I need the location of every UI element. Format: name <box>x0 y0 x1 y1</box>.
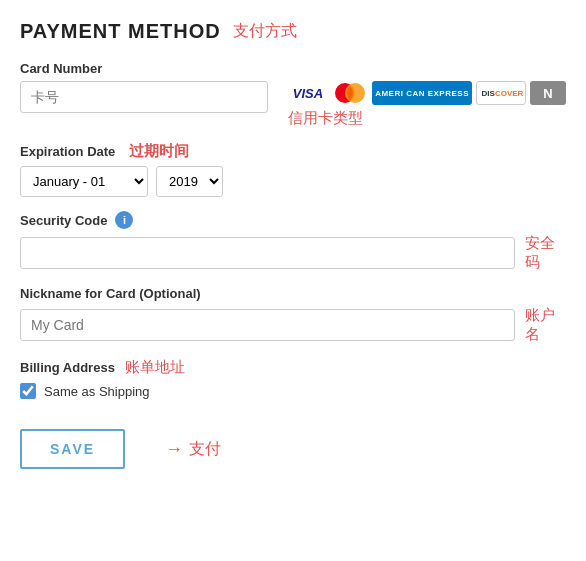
card-input-col <box>20 81 268 113</box>
card-type-chinese-label: 信用卡类型 <box>288 109 363 128</box>
billing-address-label: Billing Address <box>20 360 115 375</box>
header-row: PAYMENT METHOD 支付方式 <box>20 20 566 43</box>
security-code-label: Security Code i <box>20 211 566 229</box>
save-chinese-label: 支付 <box>189 439 221 460</box>
expiry-month-select[interactable]: January - 01 February - 02 March - 03 Ap… <box>20 166 148 197</box>
security-code-info-icon[interactable]: i <box>115 211 133 229</box>
security-code-input[interactable] <box>20 237 515 269</box>
card-brand-images: VISA AMERI CAN EXPRESS DISCOVER <box>288 81 566 105</box>
nickname-section: Nickname for Card (Optional) 账户名 <box>20 286 566 344</box>
visa-icon: VISA <box>288 81 328 105</box>
security-row: 安全码 <box>20 234 566 272</box>
expiry-section: Expiration Date 过期时间 January - 01 Februa… <box>20 142 566 197</box>
same-as-shipping-checkbox[interactable] <box>20 383 36 399</box>
save-arrow-label: → 支付 <box>165 439 221 460</box>
discover-icon: DISCOVER <box>476 81 526 105</box>
expiry-inputs-row: January - 01 February - 02 March - 03 Ap… <box>20 166 566 197</box>
save-button[interactable]: SAVE <box>20 429 125 469</box>
expiry-chinese-label: 过期时间 <box>129 142 189 161</box>
card-brands-col: VISA AMERI CAN EXPRESS DISCOVER <box>288 81 566 128</box>
expiry-year-select[interactable]: 2019 2020 2021 2022 2023 2024 2025 <box>156 166 223 197</box>
save-section: SAVE → 支付 <box>20 429 566 469</box>
card-number-section: Card Number VISA AMERI CAN EXPRESS <box>20 61 566 128</box>
mastercard-icon <box>332 81 368 105</box>
same-as-shipping-row: Same as Shipping <box>20 383 566 399</box>
n-card-icon: N <box>530 81 566 105</box>
nickname-label: Nickname for Card (Optional) <box>20 286 566 301</box>
arrow-icon: → <box>165 439 183 460</box>
same-as-shipping-label: Same as Shipping <box>44 384 150 399</box>
billing-section: Billing Address 账单地址 Same as Shipping <box>20 358 566 399</box>
security-code-chinese-label: 安全码 <box>525 234 566 272</box>
amex-icon: AMERI CAN EXPRESS <box>372 81 472 105</box>
card-row: VISA AMERI CAN EXPRESS DISCOVER <box>20 81 566 128</box>
card-number-input[interactable] <box>20 81 268 113</box>
page-title: PAYMENT METHOD <box>20 20 221 43</box>
expiry-label: Expiration Date 过期时间 <box>20 142 566 161</box>
page-title-chinese: 支付方式 <box>233 21 297 42</box>
billing-label-row: Billing Address 账单地址 <box>20 358 566 377</box>
security-code-section: Security Code i 安全码 <box>20 211 566 272</box>
billing-chinese-label: 账单地址 <box>125 358 185 377</box>
card-number-label: Card Number <box>20 61 566 76</box>
nickname-input[interactable] <box>20 309 515 341</box>
nickname-chinese-label: 账户名 <box>525 306 566 344</box>
